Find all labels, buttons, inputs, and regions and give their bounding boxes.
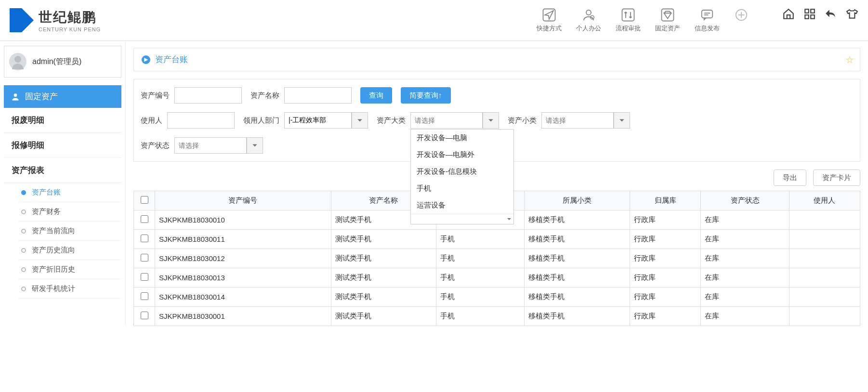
sidebar-sub-label: 资产折旧历史 (32, 265, 75, 274)
field-minor-cat: 资产小类 (508, 112, 630, 129)
sidebar-item-report[interactable]: 资产报表 (4, 158, 121, 183)
bullet-icon (21, 229, 26, 234)
chevron-down-icon[interactable] (614, 112, 630, 129)
star-icon[interactable]: ☆ (845, 54, 854, 65)
input-asset-name[interactable] (284, 87, 352, 104)
page-title-bar: ▶ 资产台账 ☆ (133, 48, 860, 71)
table-cell: 移植类手机 (525, 287, 630, 307)
table-cell (789, 268, 860, 287)
table-cell: 手机 (436, 268, 525, 287)
sidebar-sub-label: 资产当前流向 (32, 226, 75, 235)
sidebar-item-repair[interactable]: 报修明细 (4, 133, 121, 158)
sidebar-sub-phonestat[interactable]: 研发手机统计 (18, 279, 121, 299)
sidebar-sub-currentflow[interactable]: 资产当前流向 (18, 222, 121, 241)
sidebar-sub-historyflow[interactable]: 资产历史流向 (18, 241, 121, 260)
brief-query-button[interactable]: 简要查询↑ (401, 87, 451, 104)
row-checkbox[interactable] (141, 215, 148, 223)
person-icon (581, 8, 596, 22)
table-cell: SJKPKMB18030011 (155, 230, 331, 249)
input-user[interactable] (167, 112, 235, 129)
label-major-cat: 资产大类 (377, 116, 406, 125)
sidebar-sub-label: 研发手机统计 (32, 284, 75, 293)
sidebar-sub-finance[interactable]: 资产财务 (18, 202, 121, 222)
table-cell: SJKPKMB18030001 (155, 307, 331, 326)
tshirt-icon[interactable] (846, 8, 858, 20)
user-display: admin(管理员) (32, 57, 81, 67)
row-checkbox[interactable] (141, 254, 148, 261)
table-cell: 行政库 (630, 287, 701, 307)
field-major-cat: 资产大类 开发设备—电脑开发设备—电脑外开发设备-信息模块手机运营设备 (377, 112, 499, 129)
nav-shortcut[interactable]: 快捷方式 (537, 8, 562, 33)
field-user: 使用人 (141, 112, 235, 129)
table-cell: 测试类手机 (331, 230, 436, 249)
row-checkbox[interactable] (141, 312, 148, 319)
input-dept[interactable] (284, 112, 352, 129)
dropdown-option[interactable]: 开发设备—电脑外 (411, 146, 513, 163)
table-cell: 手机 (436, 307, 525, 326)
svg-rect-13 (805, 15, 809, 19)
field-dept: 领用人部门 (243, 112, 368, 129)
dropdown-option[interactable]: 开发设备—电脑 (411, 130, 513, 146)
input-asset-code[interactable] (174, 87, 242, 104)
sidebar-sub-depreciation[interactable]: 资产折旧历史 (18, 260, 121, 279)
input-major-cat[interactable] (410, 112, 483, 129)
combo-status[interactable] (174, 137, 263, 154)
dropdown-option[interactable]: 手机 (411, 180, 513, 197)
chevron-down-icon[interactable] (247, 137, 263, 154)
nav-assets[interactable]: 固定资产 (655, 8, 680, 33)
input-minor-cat[interactable] (541, 112, 614, 129)
sidebar-group-fixed-assets[interactable]: 固定资产 (4, 85, 121, 108)
nav-personal[interactable]: 个人办公 (576, 8, 601, 33)
grid-icon[interactable] (803, 8, 816, 20)
table-cell: 移植类手机 (525, 268, 630, 287)
sidebar-sub: 资产台账 资产财务 资产当前流向 资产历史流向 资产折旧历史 研发手机统计 (4, 183, 121, 299)
table-header: 资产状态 (701, 191, 789, 210)
sidebar-sub-label: 资产财务 (32, 207, 61, 216)
row-checkbox[interactable] (141, 273, 148, 281)
sidebar-item-scrap[interactable]: 报废明细 (4, 108, 121, 133)
nav-workflow[interactable]: 流程审批 (616, 8, 641, 33)
nav-news[interactable]: 信息发布 (695, 8, 720, 33)
sidebar-sub-ledger[interactable]: 资产台账 (18, 183, 121, 202)
nav-add[interactable] (734, 8, 749, 22)
row-checkbox[interactable] (141, 292, 148, 300)
cell-checkbox (134, 287, 155, 307)
table-cell: 手机 (436, 230, 525, 249)
plus-circle-icon (734, 8, 749, 22)
nav-label: 信息发布 (695, 24, 720, 33)
table-row: SJKPKMB18030012测试类手机手机移植类手机行政库在库 (134, 249, 860, 268)
table-cell: SJKPKMB18030013 (155, 268, 331, 287)
field-status: 资产状态 (141, 137, 263, 154)
table-cell: 行政库 (630, 230, 701, 249)
svg-point-1 (586, 10, 591, 15)
input-status[interactable] (174, 137, 247, 154)
table-cell: 行政库 (630, 210, 701, 230)
export-button[interactable]: 导出 (774, 170, 806, 186)
asset-card-button[interactable]: 资产卡片 (813, 170, 860, 186)
person-small-icon (11, 92, 20, 102)
table-cell (789, 249, 860, 268)
table-cell: 在库 (701, 210, 789, 230)
row-checkbox[interactable] (141, 235, 148, 242)
major-cat-dropdown[interactable]: 开发设备—电脑开发设备—电脑外开发设备-信息模块手机运营设备 (410, 129, 514, 224)
combo-major-cat[interactable]: 开发设备—电脑开发设备—电脑外开发设备-信息模块手机运营设备 (410, 112, 499, 129)
cell-checkbox (134, 268, 155, 287)
chevron-down-icon[interactable] (352, 112, 368, 129)
combo-dept[interactable] (284, 112, 368, 129)
dropdown-more-icon[interactable] (411, 214, 513, 224)
query-button[interactable]: 查询 (360, 87, 392, 104)
table-row: SJKPKMB18030011测试类手机手机移植类手机行政库在库 (134, 230, 860, 249)
table-cell: 测试类手机 (331, 249, 436, 268)
checkbox-all[interactable] (141, 196, 148, 204)
dropdown-option[interactable]: 运营设备 (411, 197, 513, 214)
home-icon[interactable] (782, 8, 795, 20)
chevron-down-icon[interactable] (483, 112, 499, 129)
combo-minor-cat[interactable] (541, 112, 630, 129)
label-minor-cat: 资产小类 (508, 116, 537, 125)
reply-icon[interactable] (825, 8, 837, 20)
top-header: 世纪鲲鹏 CENTURY KUN PENG 快捷方式 个人办公 流程审批 固定资… (0, 0, 868, 41)
sidebar-group-label: 固定资产 (25, 91, 58, 102)
search-panel: 资产编号 资产名称 查询 简要查询↑ 使用人 领用人部门 (133, 79, 860, 162)
dropdown-option[interactable]: 开发设备-信息模块 (411, 163, 513, 180)
cell-checkbox (134, 210, 155, 230)
